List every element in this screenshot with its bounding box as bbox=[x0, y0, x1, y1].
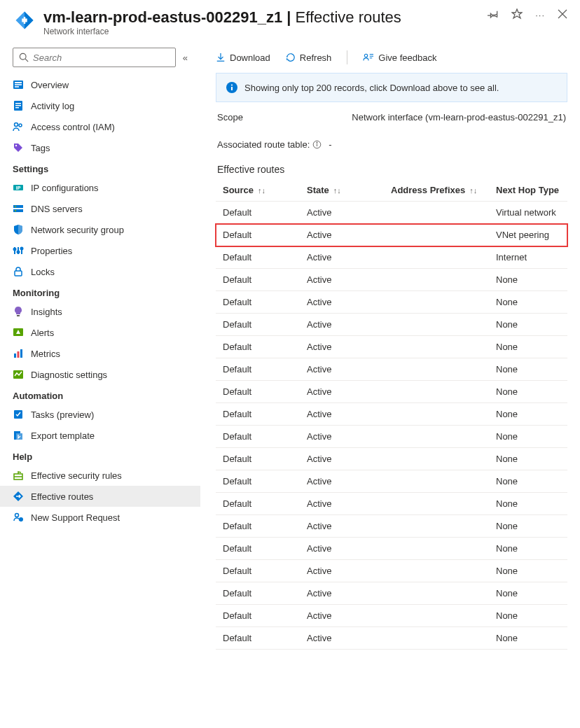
search-input[interactable] bbox=[33, 52, 170, 63]
tasks-icon bbox=[13, 409, 24, 420]
table-title: Effective routes bbox=[216, 154, 567, 179]
table-row[interactable]: DefaultActiveNone bbox=[216, 403, 567, 426]
main-content: Download Refresh Give feedback Showing o… bbox=[200, 41, 580, 728]
info-outline-icon[interactable] bbox=[312, 140, 322, 149]
scope-row: Scope Network interface (vm-learn-prod-e… bbox=[216, 102, 567, 127]
table-row[interactable]: DefaultActiveNone bbox=[216, 470, 567, 493]
table-row[interactable]: DefaultActiveNone bbox=[216, 269, 567, 291]
sidebar-item-overview[interactable]: Overview bbox=[0, 74, 200, 95]
sidebar-item-dns-servers[interactable]: DNS servers bbox=[0, 198, 200, 219]
sidebar-item-label: Access control (IAM) bbox=[31, 122, 115, 132]
cell-source: Default bbox=[216, 336, 300, 358]
feedback-button[interactable]: Give feedback bbox=[363, 52, 436, 63]
svg-point-61 bbox=[317, 142, 317, 143]
sidebar-item-locks[interactable]: Locks bbox=[0, 261, 200, 282]
sidebar-item-diagnostic-settings[interactable]: Diagnostic settings bbox=[0, 364, 200, 385]
overview-icon bbox=[13, 79, 24, 90]
table-row[interactable]: DefaultActiveVirtual network bbox=[216, 202, 567, 224]
favorite-icon[interactable] bbox=[511, 8, 523, 22]
cell-source: Default bbox=[216, 224, 300, 246]
cell-hop: None bbox=[489, 605, 567, 627]
svg-rect-37 bbox=[18, 351, 20, 358]
sidebar-item-label: New Support Request bbox=[31, 512, 120, 523]
svg-point-18 bbox=[19, 124, 22, 127]
sidebar-item-activity-log[interactable]: Activity log bbox=[0, 95, 200, 116]
sidebar-item-insights[interactable]: Insights bbox=[0, 301, 200, 322]
sidebar-item-network-security-group[interactable]: Network security group bbox=[0, 219, 200, 240]
download-button[interactable]: Download bbox=[216, 52, 270, 63]
th-hop[interactable]: Next Hop Type bbox=[489, 179, 567, 202]
table-row[interactable]: DefaultActiveNone bbox=[216, 358, 567, 381]
table-row[interactable]: DefaultActiveNone bbox=[216, 336, 567, 358]
sidebar-item-new-support-request[interactable]: +New Support Request bbox=[0, 507, 200, 528]
svg-rect-32 bbox=[15, 271, 22, 276]
table-row[interactable]: DefaultActiveNone bbox=[216, 291, 567, 314]
cell-hop: Virtual network bbox=[489, 202, 567, 224]
sidebar-group-settings: Settings bbox=[0, 158, 200, 177]
cell-state: Active bbox=[300, 246, 384, 269]
table-row[interactable]: DefaultActiveNone bbox=[216, 314, 567, 336]
table-row[interactable]: DefaultActiveNone bbox=[216, 448, 567, 470]
dns-icon bbox=[13, 203, 24, 214]
cell-prefixes bbox=[384, 426, 489, 448]
info-icon bbox=[226, 82, 237, 93]
table-row[interactable]: DefaultActiveNone bbox=[216, 493, 567, 515]
routes-icon bbox=[13, 491, 24, 502]
sidebar-item-access-control-iam-[interactable]: Access control (IAM) bbox=[0, 116, 200, 137]
sidebar-item-label: IP configurations bbox=[31, 183, 99, 193]
info-banner: Showing only top 200 records, click Down… bbox=[216, 73, 567, 102]
sidebar-item-tasks-preview-[interactable]: Tasks (preview) bbox=[0, 404, 200, 425]
sidebar-item-label: Alerts bbox=[31, 328, 54, 338]
blade-header: vm-learn-prod-eastus-002291_z1 | Effecti… bbox=[0, 0, 580, 41]
table-row[interactable]: DefaultActiveVNet peering bbox=[216, 224, 567, 246]
th-source[interactable]: Source↑↓ bbox=[216, 179, 300, 202]
table-row[interactable]: DefaultActiveNone bbox=[216, 627, 567, 650]
cell-hop: None bbox=[489, 426, 567, 448]
table-row[interactable]: DefaultActiveNone bbox=[216, 582, 567, 605]
cell-hop: None bbox=[489, 291, 567, 314]
sidebar-item-tags[interactable]: Tags bbox=[0, 137, 200, 158]
sidebar-item-ip-configurations[interactable]: IPIP configurations bbox=[0, 177, 200, 198]
cell-state: Active bbox=[300, 426, 384, 448]
svg-point-19 bbox=[15, 145, 17, 146]
sidebar-item-effective-security-rules[interactable]: Effective security rules bbox=[0, 465, 200, 486]
sidebar-item-properties[interactable]: Properties bbox=[0, 240, 200, 261]
pin-icon[interactable] bbox=[488, 8, 499, 22]
sidebar-item-effective-routes[interactable]: Effective routes bbox=[0, 486, 200, 507]
th-prefixes[interactable]: Address Prefixes↑↓ bbox=[384, 179, 489, 202]
cell-hop: None bbox=[489, 448, 567, 470]
sidebar-search[interactable] bbox=[13, 48, 176, 67]
table-row[interactable]: DefaultActiveNone bbox=[216, 381, 567, 403]
cell-state: Active bbox=[300, 493, 384, 515]
command-bar: Download Refresh Give feedback bbox=[216, 46, 567, 73]
cell-prefixes bbox=[384, 515, 489, 538]
svg-point-31 bbox=[21, 248, 23, 250]
svg-point-25 bbox=[15, 210, 16, 211]
table-row[interactable]: DefaultActiveInternet bbox=[216, 246, 567, 269]
sidebar-item-label: Effective routes bbox=[31, 491, 93, 502]
svg-point-30 bbox=[18, 251, 20, 253]
table-row[interactable]: DefaultActiveNone bbox=[216, 426, 567, 448]
sidebar-item-label: Effective security rules bbox=[31, 470, 122, 481]
cell-prefixes bbox=[384, 336, 489, 358]
cell-hop: None bbox=[489, 560, 567, 582]
refresh-button[interactable]: Refresh bbox=[286, 52, 332, 63]
cell-source: Default bbox=[216, 381, 300, 403]
table-row[interactable]: DefaultActiveNone bbox=[216, 560, 567, 582]
th-state[interactable]: State↑↓ bbox=[300, 179, 384, 202]
close-icon[interactable] bbox=[558, 9, 567, 21]
cell-prefixes bbox=[384, 493, 489, 515]
sidebar-item-label: Metrics bbox=[31, 349, 60, 359]
table-row[interactable]: DefaultActiveNone bbox=[216, 538, 567, 560]
collapse-sidebar-icon[interactable]: « bbox=[183, 52, 188, 63]
sidebar-item-alerts[interactable]: Alerts bbox=[0, 322, 200, 343]
cell-source: Default bbox=[216, 605, 300, 627]
more-icon[interactable]: ··· bbox=[535, 10, 545, 20]
sidebar-item-metrics[interactable]: Metrics bbox=[0, 343, 200, 364]
sidebar-item-label: Export template bbox=[31, 430, 95, 441]
table-row[interactable]: DefaultActiveNone bbox=[216, 515, 567, 538]
sidebar-item-export-template[interactable]: Export template bbox=[0, 425, 200, 446]
sidebar: « OverviewActivity logAccess control (IA… bbox=[0, 41, 200, 728]
cell-hop: None bbox=[489, 493, 567, 515]
table-row[interactable]: DefaultActiveNone bbox=[216, 605, 567, 627]
